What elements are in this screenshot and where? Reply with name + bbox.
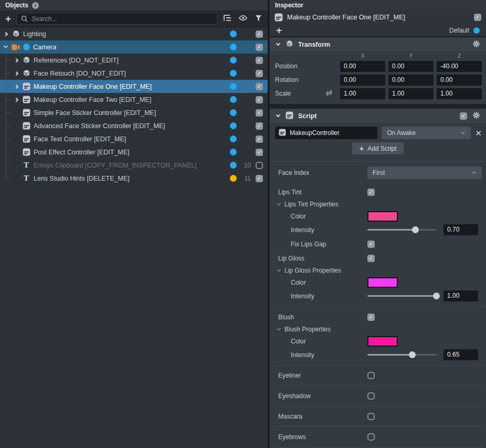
- property-checkbox[interactable]: ✓: [367, 241, 375, 248]
- script-enabled-checkbox[interactable]: ✓: [460, 112, 467, 120]
- expand-chevron-icon[interactable]: [14, 84, 18, 88]
- script-asset-field[interactable]: MakeupController: [275, 127, 377, 139]
- tree-row[interactable]: Makeup Controller Face Two [EDIT_ME] ✓: [0, 93, 268, 106]
- property-group-label: Lip Gloss Properties: [284, 267, 341, 274]
- intensity-slider[interactable]: [367, 351, 437, 358]
- transform-value-input[interactable]: 1.00: [388, 88, 434, 99]
- add-component-button[interactable]: +: [276, 25, 282, 35]
- property-checkbox[interactable]: ✓: [367, 255, 375, 262]
- visibility-dot[interactable]: [230, 122, 237, 129]
- property-row-color: Color: [270, 335, 486, 348]
- enabled-checkbox[interactable]: ✓: [256, 175, 263, 182]
- gear-icon[interactable]: [472, 40, 480, 49]
- visibility-dot[interactable]: [230, 136, 237, 142]
- color-swatch[interactable]: [367, 336, 398, 347]
- expand-chevron-icon[interactable]: [14, 58, 18, 62]
- tree-item-label: Simple Face Sticker Controller [EDIT_ME]: [34, 109, 156, 117]
- tree-row[interactable]: Face Retouch [DO_NOT_EDIT] ✓: [0, 67, 268, 80]
- property-checkbox[interactable]: ✓: [367, 413, 375, 420]
- visibility-eye-icon[interactable]: [238, 14, 248, 24]
- enabled-checkbox[interactable]: ✓: [256, 83, 263, 90]
- tree-row[interactable]: Advanced Face Sticker Controller [EDIT_M…: [0, 119, 268, 132]
- intensity-slider[interactable]: [367, 226, 437, 233]
- tree-row[interactable]: Face Text Controller [EDIT_ME] ✓: [0, 132, 268, 145]
- enabled-checkbox[interactable]: ✓: [256, 44, 263, 51]
- collapse-hierarchy-icon[interactable]: [223, 14, 231, 24]
- property-checkbox[interactable]: ✓: [367, 372, 375, 379]
- visibility-dot[interactable]: [230, 109, 237, 116]
- transform-value-input[interactable]: 0.00: [340, 75, 385, 86]
- property-group-header[interactable]: Lips Tint Properties: [270, 199, 486, 210]
- tree-row[interactable]: Simple Face Sticker Controller [EDIT_ME]…: [0, 106, 268, 119]
- script-section-header[interactable]: Script ✓: [270, 109, 486, 123]
- property-group-header[interactable]: Lip Gloss Properties: [270, 265, 486, 276]
- slider-knob[interactable]: [433, 293, 440, 299]
- enabled-checkbox[interactable]: ✓: [256, 122, 263, 130]
- visibility-dot[interactable]: [230, 44, 237, 50]
- script-event-dropdown[interactable]: On Awake: [382, 127, 471, 139]
- transform-value-input[interactable]: 0.00: [388, 61, 434, 72]
- tree-row[interactable]: Post Effect Controller [EDIT_ME] ✓: [0, 145, 268, 159]
- slider-knob[interactable]: [412, 226, 419, 233]
- expand-chevron-icon[interactable]: [4, 32, 8, 36]
- transform-value-input[interactable]: 0.00: [340, 61, 385, 72]
- slider-fill: [367, 295, 437, 297]
- enabled-checkbox[interactable]: ✓: [256, 109, 263, 117]
- add-object-button[interactable]: +: [5, 14, 11, 24]
- slider-value-input[interactable]: 0.70: [443, 224, 478, 235]
- enabled-checkbox[interactable]: ✓: [256, 57, 263, 64]
- visibility-dot[interactable]: [230, 57, 237, 64]
- link-scale-icon[interactable]: [325, 89, 333, 98]
- tree-row[interactable]: T Emojis Clipboard [COPY_FROM_INSPECTOR_…: [0, 159, 268, 172]
- object-enabled-checkbox[interactable]: ✓: [474, 14, 481, 21]
- color-swatch[interactable]: [367, 211, 398, 222]
- visibility-dot[interactable]: [230, 70, 237, 77]
- tree-row[interactable]: Makeup Controller Face One [EDIT_ME] ✓: [0, 80, 268, 93]
- slider-value-input[interactable]: 1.00: [443, 290, 478, 301]
- transform-value-input[interactable]: 1.00: [437, 88, 482, 99]
- color-swatch[interactable]: [367, 277, 398, 288]
- transform-value-input[interactable]: 0.00: [437, 75, 482, 86]
- visibility-dot[interactable]: [230, 149, 237, 155]
- slider-value-input[interactable]: 0.65: [443, 349, 478, 360]
- tree-row[interactable]: References [DO_NOT_EDIT] ✓: [0, 54, 268, 67]
- transform-value-input[interactable]: -40.00: [437, 61, 482, 72]
- transform-value-input[interactable]: 1.00: [340, 88, 385, 99]
- expand-chevron-icon[interactable]: [14, 97, 18, 101]
- visibility-dot[interactable]: [230, 30, 237, 37]
- property-label: Eyebrows: [270, 433, 367, 441]
- property-checkbox[interactable]: ✓: [367, 433, 375, 441]
- transform-section-header[interactable]: Transform: [270, 37, 486, 51]
- visibility-dot[interactable]: [230, 96, 237, 103]
- gear-icon[interactable]: [472, 111, 480, 121]
- enabled-checkbox[interactable]: ✓: [256, 162, 263, 169]
- property-checkbox[interactable]: ✓: [367, 392, 375, 400]
- property-checkbox[interactable]: ✓: [367, 314, 375, 321]
- enabled-checkbox[interactable]: ✓: [256, 70, 263, 77]
- property-group-header[interactable]: Blush Properties: [270, 324, 486, 335]
- add-script-button[interactable]: + Add Script: [352, 142, 403, 154]
- intensity-slider[interactable]: [367, 293, 437, 299]
- visibility-dot[interactable]: [230, 83, 237, 90]
- face-index-dropdown[interactable]: First: [367, 166, 482, 179]
- slider-fill: [367, 229, 416, 231]
- visibility-dot[interactable]: [230, 175, 237, 182]
- tree-row[interactable]: T Lens Studio Hints [DELETE_ME] 11 ✓: [0, 172, 268, 185]
- slider-knob[interactable]: [409, 351, 416, 358]
- enabled-checkbox[interactable]: ✓: [256, 136, 263, 143]
- tree-row[interactable]: Camera ✓: [0, 40, 268, 54]
- enabled-checkbox[interactable]: ✓: [256, 149, 263, 156]
- enabled-checkbox[interactable]: ✓: [256, 96, 263, 103]
- property-checkbox[interactable]: ✓: [367, 189, 375, 196]
- remove-script-icon[interactable]: ✕: [475, 129, 482, 137]
- check-icon: ✓: [257, 71, 261, 76]
- search-input[interactable]: [16, 13, 217, 25]
- visibility-dot[interactable]: [230, 162, 237, 169]
- enabled-checkbox[interactable]: ✓: [256, 30, 263, 38]
- filter-icon[interactable]: [255, 14, 262, 24]
- expand-chevron-icon[interactable]: [14, 71, 18, 75]
- transform-value-input[interactable]: 0.00: [388, 75, 434, 86]
- info-icon[interactable]: i: [32, 2, 39, 9]
- layer-dot-icon[interactable]: [473, 27, 480, 34]
- tree-row[interactable]: Lighting ✓: [0, 27, 268, 40]
